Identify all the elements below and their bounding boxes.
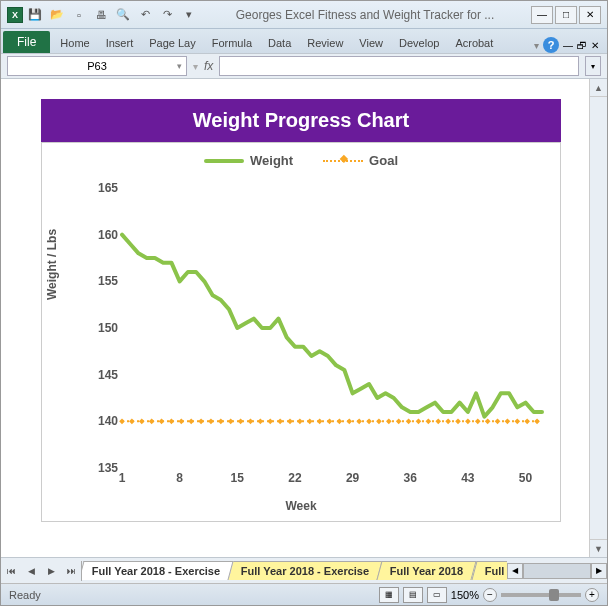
svg-rect-33 <box>435 419 441 425</box>
doc-restore-icon[interactable]: 🗗 <box>577 40 587 51</box>
zoom-in-button[interactable]: + <box>585 588 599 602</box>
help-icon[interactable]: ? <box>543 37 559 53</box>
sheet-tab[interactable]: Full <box>471 561 507 580</box>
plot-svg <box>122 188 542 468</box>
scroll-down-icon[interactable]: ▼ <box>590 539 607 557</box>
svg-rect-9 <box>198 419 204 425</box>
svg-rect-16 <box>267 419 273 425</box>
fx-label[interactable]: fx <box>204 59 213 73</box>
qat-save-icon[interactable]: 💾 <box>25 5 45 25</box>
ribbon-tab-pagelayout[interactable]: Page Lay <box>141 33 203 53</box>
svg-rect-29 <box>396 419 402 425</box>
svg-rect-43 <box>534 419 540 425</box>
svg-rect-6 <box>169 419 175 425</box>
horizontal-scrollbar[interactable]: ◀ ▶ <box>507 563 607 579</box>
svg-rect-42 <box>524 419 530 425</box>
view-normal-icon[interactable]: ▦ <box>379 587 399 603</box>
sheet-tab[interactable]: Full Year 2018 - Exercise <box>228 561 383 580</box>
formula-expand-icon[interactable]: ▾ <box>585 56 601 76</box>
svg-rect-13 <box>238 419 244 425</box>
svg-rect-1 <box>119 419 125 425</box>
svg-rect-24 <box>346 419 352 425</box>
sheet-tab[interactable]: Full Year 2018 <box>377 561 477 580</box>
window-maximize-button[interactable]: □ <box>555 6 577 24</box>
ribbon-tab-home[interactable]: Home <box>52 33 97 53</box>
svg-rect-41 <box>514 419 520 425</box>
svg-rect-22 <box>327 419 333 425</box>
formula-bar[interactable] <box>219 56 579 76</box>
tab-nav-first-icon[interactable]: ⏮ <box>1 561 21 581</box>
ribbon-tab-develop[interactable]: Develop <box>391 33 447 53</box>
ribbon-tab-insert[interactable]: Insert <box>98 33 142 53</box>
qat-print-icon[interactable]: 🖶 <box>91 5 111 25</box>
svg-rect-35 <box>455 419 461 425</box>
window-title: Georges Excel Fitness and Weight Tracker… <box>199 8 531 22</box>
svg-rect-37 <box>475 419 481 425</box>
y-tick: 140 <box>98 414 118 428</box>
sheet-tab[interactable]: Full Year 2018 - Exercise <box>82 561 234 580</box>
view-break-icon[interactable]: ▭ <box>427 587 447 603</box>
svg-rect-38 <box>485 419 491 425</box>
ribbon-tab-acrobat[interactable]: Acrobat <box>447 33 501 53</box>
hscroll-left-icon[interactable]: ◀ <box>507 563 523 579</box>
zoom-slider[interactable] <box>501 593 581 597</box>
svg-rect-27 <box>376 419 382 425</box>
svg-rect-34 <box>445 419 451 425</box>
tab-nav-next-icon[interactable]: ▶ <box>41 561 61 581</box>
x-tick: 8 <box>176 471 183 485</box>
svg-rect-5 <box>159 419 165 425</box>
svg-rect-7 <box>178 419 184 425</box>
file-tab[interactable]: File <box>3 31 50 53</box>
ribbon-options-icon[interactable]: ▾ <box>534 40 539 51</box>
y-tick: 150 <box>98 321 118 335</box>
svg-rect-2 <box>129 419 135 425</box>
x-tick: 15 <box>231 471 244 485</box>
tab-nav-prev-icon[interactable]: ◀ <box>21 561 41 581</box>
x-tick: 22 <box>288 471 301 485</box>
svg-rect-12 <box>228 419 234 425</box>
x-tick: 50 <box>519 471 532 485</box>
svg-rect-28 <box>386 419 392 425</box>
fx-cancel-icon[interactable]: ▾ <box>193 61 198 72</box>
x-axis-label: Week <box>285 499 316 513</box>
svg-rect-10 <box>208 419 214 425</box>
zoom-level[interactable]: 150% <box>451 589 479 601</box>
qat-undo-icon[interactable]: ↶ <box>135 5 155 25</box>
y-tick: 135 <box>98 461 118 475</box>
qat-dropdown-icon[interactable]: ▾ <box>179 5 199 25</box>
scroll-up-icon[interactable]: ▲ <box>590 79 607 97</box>
svg-rect-19 <box>297 419 303 425</box>
qat-preview-icon[interactable]: 🔍 <box>113 5 133 25</box>
window-close-button[interactable]: ✕ <box>579 6 601 24</box>
vertical-scrollbar[interactable]: ▲ ▼ <box>589 79 607 557</box>
x-tick: 43 <box>461 471 474 485</box>
zoom-out-button[interactable]: − <box>483 588 497 602</box>
svg-rect-26 <box>366 419 372 425</box>
ribbon-tab-data[interactable]: Data <box>260 33 299 53</box>
y-axis-label: Weight / Lbs <box>45 229 59 300</box>
name-box[interactable]: P63 <box>7 56 187 76</box>
svg-rect-39 <box>495 419 501 425</box>
qat-new-icon[interactable]: ▫ <box>69 5 89 25</box>
tab-nav-last-icon[interactable]: ⏭ <box>61 561 81 581</box>
svg-rect-14 <box>248 419 254 425</box>
doc-minimize-icon[interactable]: — <box>563 40 573 51</box>
chart-area[interactable]: Weight Goal Weight / Lbs 135140145150155… <box>41 142 561 522</box>
ribbon-tab-review[interactable]: Review <box>299 33 351 53</box>
x-tick: 1 <box>119 471 126 485</box>
x-tick: 36 <box>404 471 417 485</box>
y-tick: 155 <box>98 274 118 288</box>
doc-close-icon[interactable]: ✕ <box>591 40 599 51</box>
qat-open-icon[interactable]: 📂 <box>47 5 67 25</box>
y-tick: 160 <box>98 228 118 242</box>
view-layout-icon[interactable]: ▤ <box>403 587 423 603</box>
svg-rect-11 <box>218 419 224 425</box>
window-minimize-button[interactable]: — <box>531 6 553 24</box>
ribbon-tab-view[interactable]: View <box>351 33 391 53</box>
legend-goal: Goal <box>323 153 398 168</box>
svg-rect-30 <box>406 419 412 425</box>
ribbon-tab-formula[interactable]: Formula <box>204 33 260 53</box>
svg-rect-17 <box>277 419 283 425</box>
qat-redo-icon[interactable]: ↷ <box>157 5 177 25</box>
hscroll-right-icon[interactable]: ▶ <box>591 563 607 579</box>
